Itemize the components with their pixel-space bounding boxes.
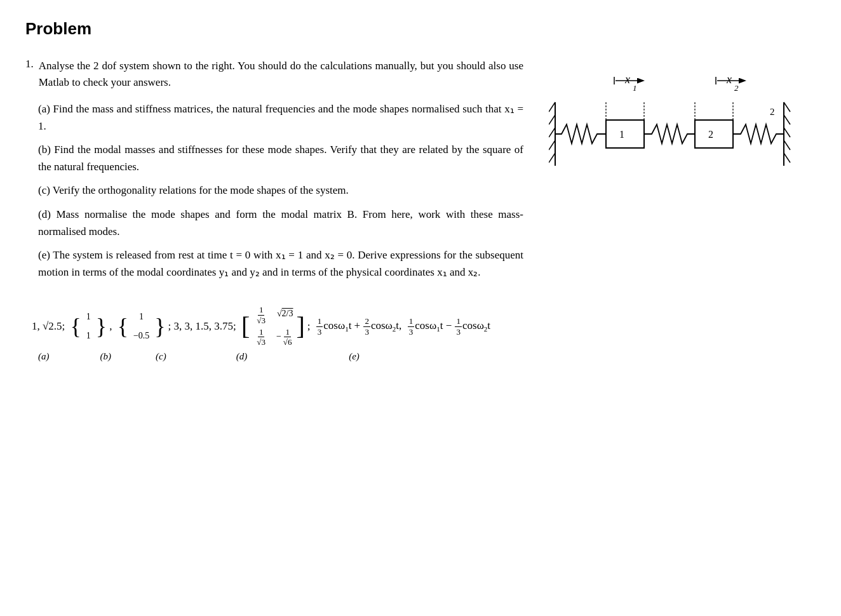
- svg-line-20: [784, 102, 790, 112]
- label-a: (a): [38, 351, 50, 362]
- brace-right-1: }: [96, 315, 107, 338]
- matrix-content: 1√3 √2/3 1√3 −1√6: [252, 305, 293, 347]
- sub-item-a: (a) Find the mass and stiffness matrices…: [38, 100, 523, 135]
- comma-1: ,: [109, 316, 115, 337]
- svg-line-11: [549, 128, 555, 137]
- svg-rect-16: [695, 120, 733, 148]
- left-column: 1. Analyse the 2 dof system shown to the…: [25, 58, 523, 287]
- svg-line-13: [549, 153, 555, 163]
- svg-line-12: [549, 140, 555, 150]
- svg-text:x: x: [624, 73, 630, 86]
- sub-e-text: (e) The system is released from rest at …: [38, 249, 523, 278]
- mat-12: √2/3: [276, 305, 294, 325]
- svg-text:2: 2: [708, 129, 713, 140]
- mat-22: −1√6: [276, 327, 294, 347]
- answer-line: 1, √2.5; { 1 1 } , { 1 −0.5 } ; 3, 3, 1.…: [32, 305, 816, 347]
- page-title: Problem: [25, 19, 816, 39]
- svg-text:2: 2: [770, 107, 775, 117]
- svg-line-24: [784, 153, 790, 163]
- mat-21: 1√3: [252, 327, 270, 347]
- sub-items: (a) Find the mass and stiffness matrices…: [38, 100, 523, 281]
- sub-c-text: (c) Verify the orthogonality relations f…: [38, 184, 349, 196]
- svg-rect-14: [606, 120, 644, 148]
- problem-container: 1. Analyse the 2 dof system shown to the…: [25, 58, 816, 362]
- svg-text:2: 2: [734, 83, 739, 93]
- svg-line-23: [784, 140, 790, 150]
- expr-part1: 13cosω1t + 23cosω2t, 13cosω1t − 13cosω2t: [316, 315, 490, 337]
- label-c: (c): [156, 351, 166, 362]
- sub-item-b: (b) Find the modal masses and stiffnesse…: [38, 141, 523, 175]
- vec2-top: 1: [137, 307, 146, 326]
- col-vec-1: 1 1: [84, 307, 93, 345]
- svg-text:1: 1: [633, 83, 637, 93]
- svg-line-22: [784, 128, 790, 137]
- brace-right-2: }: [154, 315, 165, 338]
- problem-intro-text: Analyse the 2 dof system shown to the ri…: [39, 58, 523, 91]
- sub-d-text: (d) Mass normalise the mode shapes and f…: [38, 208, 523, 238]
- label-e: (e): [349, 351, 360, 362]
- sub-item-c: (c) Verify the orthogonality relations f…: [38, 182, 523, 199]
- diagram-area: x 1 x 2: [549, 64, 816, 207]
- problem-number: 1.: [25, 58, 34, 91]
- vec1-bot: 1: [84, 326, 93, 345]
- svg-line-21: [784, 115, 790, 124]
- mat-11: 1√3: [252, 305, 270, 325]
- system-diagram: x 1 x 2: [549, 64, 816, 204]
- problem-intro: 1. Analyse the 2 dof system shown to the…: [25, 58, 523, 91]
- sub-item-e: (e) The system is released from rest at …: [38, 246, 523, 281]
- semicolon-2: ;: [307, 316, 313, 337]
- sub-item-d: (d) Mass normalise the mode shapes and f…: [38, 206, 523, 240]
- svg-line-9: [549, 102, 555, 112]
- answer-labels-row: (a) (b) (c) (d) (e): [38, 351, 816, 362]
- svg-text:1: 1: [619, 129, 624, 140]
- svg-text:x: x: [726, 73, 732, 86]
- brace-left-1: {: [71, 315, 81, 338]
- col-vec-2: 1 −0.5: [131, 307, 152, 345]
- answer-section: 1, √2.5; { 1 1 } , { 1 −0.5 } ; 3, 3, 1.…: [25, 305, 816, 361]
- matrix-bracket-left: [: [241, 314, 250, 339]
- sub-a-text: (a) Find the mass and stiffness matrices…: [38, 103, 523, 132]
- svg-line-10: [549, 115, 555, 124]
- brace-left-2: {: [118, 315, 128, 338]
- nums-text: ; 3, 3, 1.5, 3.75;: [168, 316, 239, 337]
- matrix-bracket-right: ]: [296, 314, 304, 339]
- main-content: 1. Analyse the 2 dof system shown to the…: [25, 58, 816, 287]
- label-d: (d): [236, 351, 248, 362]
- sub-b-text: (b) Find the modal masses and stiffnesse…: [38, 144, 523, 173]
- answer-prefix: 1, √2.5;: [32, 316, 68, 337]
- vec2-bot: −0.5: [131, 326, 152, 345]
- label-b: (b): [100, 351, 112, 362]
- vec1-top: 1: [84, 307, 93, 326]
